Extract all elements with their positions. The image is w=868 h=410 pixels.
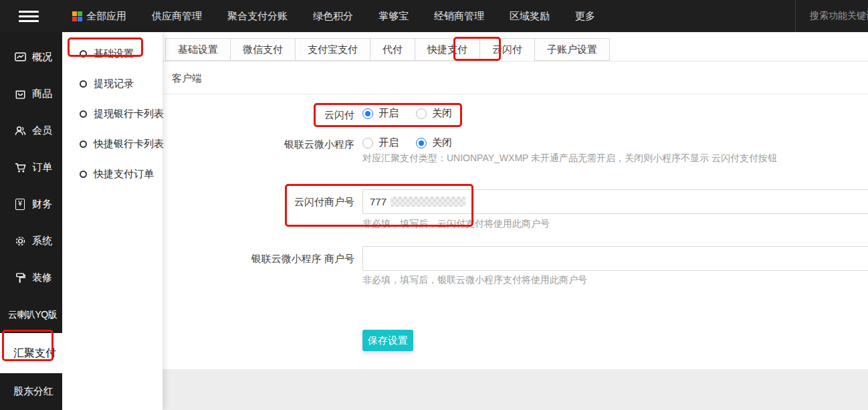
finance-icon: ¥: [13, 198, 27, 211]
miniprogram-mchid-helper: 非必填，填写后，银联云微小程序支付将使用此商户号: [362, 274, 587, 286]
sidebar-item-shareholder[interactable]: 股东分红: [0, 373, 62, 410]
sidebar-item-member[interactable]: 会员: [0, 112, 62, 149]
submenu-label: 快捷支付订单: [94, 168, 154, 181]
miniprogram-mchid-input[interactable]: [362, 246, 868, 271]
topnav-dealer[interactable]: 经销商管理: [434, 10, 484, 23]
sidebar-item-system[interactable]: 系统: [0, 223, 62, 260]
save-settings-button[interactable]: 保存设置: [362, 330, 413, 351]
payment-tabbar: 基础设置 微信支付 支付宝支付 代付 快捷支付 云闪付 子账户设置: [162, 38, 868, 62]
radio-label: 开启: [378, 136, 399, 149]
content-area: 基础设置 微信支付 支付宝支付 代付 快捷支付 云闪付 子账户设置 客户端 云闪…: [162, 32, 868, 410]
miniprogram-toggle-radios: 开启 关闭: [362, 136, 452, 149]
decorate-icon: [13, 272, 27, 285]
circle-bullet-icon: [80, 50, 87, 58]
top-navigation: 全部应用 供应商管理 聚合支付分账 绿色积分 掌够宝 经销商管理 区域奖励 更多: [72, 10, 595, 23]
submenu-label: 提现记录: [94, 78, 134, 90]
member-icon: [13, 124, 27, 138]
tab-subaccount-settings[interactable]: 子账户设置: [534, 38, 610, 61]
tab-basic-settings[interactable]: 基础设置: [165, 38, 231, 61]
topnav-zhanggoubao[interactable]: 掌够宝: [378, 10, 409, 23]
sidebar-item-huiju-pay[interactable]: 汇聚支付: [0, 333, 62, 373]
unionpay-mchid-helper: 非必填，填写后，云闪付支付将使用此商户号: [362, 218, 550, 230]
topnav-region-reward[interactable]: 区域奖励: [510, 10, 550, 23]
submenu-sidebar: 基础设置 提现记录 提现银行卡列表 快捷银行卡列表 快捷支付订单: [62, 32, 162, 410]
radio-unionpay-on[interactable]: 开启: [362, 107, 399, 120]
search-input[interactable]: 搜索功能关键词: [796, 10, 868, 22]
system-icon: [13, 235, 27, 248]
radio-icon: [416, 138, 427, 148]
subtab-client[interactable]: 客户端: [172, 72, 202, 85]
circle-bullet-icon: [80, 80, 87, 88]
sidebar-label: 会员: [32, 124, 52, 137]
radio-miniprogram-on[interactable]: 开启: [362, 136, 399, 149]
sidebar-item-goods[interactable]: 商品: [0, 76, 62, 112]
circle-bullet-icon: [80, 140, 87, 148]
sidebar-label: 系统: [32, 235, 52, 247]
radio-label: 开启: [378, 107, 399, 120]
topnav-supplier[interactable]: 供应商管理: [152, 10, 202, 23]
sidebar-item-finance[interactable]: ¥ 财务: [0, 186, 62, 223]
apps-grid-icon: [72, 11, 82, 21]
unionpay-mchid-wrap: [362, 189, 868, 214]
sidebar-label: 订单: [32, 161, 52, 174]
radio-label: 关闭: [432, 136, 452, 149]
miniprogram-toggle-label: 银联云微小程序: [162, 138, 354, 151]
submenu-item-quickpay-bankcards[interactable]: 快捷银行卡列表: [62, 129, 162, 159]
miniprogram-toggle-helper: 对应汇聚支付类型：UNIONPAY_WXMP 未开通产品无需开启，关闭则小程序不…: [362, 152, 777, 165]
radio-unionpay-off[interactable]: 关闭: [416, 107, 452, 120]
redacted-mosaic: [391, 197, 465, 207]
miniprogram-mchid-label: 银联云微小程序 商户号: [162, 252, 354, 266]
tab-unionpay-cloudflash[interactable]: 云闪付: [479, 38, 535, 61]
goods-icon: [13, 88, 27, 101]
sidebar-label: 商品: [32, 88, 52, 100]
submenu-label: 提现银行卡列表: [94, 108, 164, 120]
overview-icon: [13, 51, 27, 64]
submenu-item-withdraw-records[interactable]: 提现记录: [62, 69, 162, 99]
submenu-item-withdraw-bankcards[interactable]: 提现银行卡列表: [62, 99, 162, 129]
radio-icon: [362, 108, 373, 119]
radio-miniprogram-off[interactable]: 关闭: [416, 136, 452, 149]
circle-bullet-icon: [80, 110, 87, 118]
topnav-label: 全部应用: [86, 10, 126, 23]
tab-wechat-pay[interactable]: 微信支付: [230, 38, 296, 61]
radio-icon: [362, 138, 373, 148]
sidebar-item-decorate[interactable]: 装修: [0, 260, 62, 296]
radio-icon: [416, 108, 427, 119]
hamburger-menu-icon[interactable]: [19, 8, 39, 25]
tab-alipay[interactable]: 支付宝支付: [295, 38, 370, 61]
divider: [162, 94, 868, 94]
search-placeholder: 搜索功能关键词: [810, 10, 868, 22]
order-icon: [13, 161, 27, 175]
circle-bullet-icon: [80, 171, 87, 178]
tab-daifu[interactable]: 代付: [370, 38, 415, 61]
submenu-label: 基础设置: [94, 47, 134, 60]
left-sidebar: 概况 商品 会员 订单 ¥ 财务 系统: [0, 32, 62, 410]
topnav-split-pay[interactable]: 聚合支付分账: [227, 10, 288, 23]
sidebar-item-order[interactable]: 订单: [0, 149, 62, 186]
sidebar-item-overview[interactable]: 概况: [0, 39, 62, 76]
tab-quickpay[interactable]: 快捷支付: [415, 38, 480, 61]
submenu-item-basic-settings[interactable]: 基础设置: [62, 39, 162, 69]
topnav-green-points[interactable]: 绿色积分: [313, 10, 353, 23]
unionpay-mchid-label: 云闪付商户号: [162, 195, 354, 209]
settings-panel: 基础设置 微信支付 支付宝支付 代付 快捷支付 云闪付 子账户设置 客户端 云闪…: [162, 32, 868, 369]
sidebar-label: 财务: [32, 198, 52, 211]
sidebar-item-yunlaba[interactable]: 云喇叭YQ版: [0, 296, 62, 333]
sidebar-label: 装修: [32, 272, 52, 284]
submenu-item-quickpay-orders[interactable]: 快捷支付订单: [62, 159, 162, 189]
unionpay-toggle-radios: 开启 关闭: [362, 107, 452, 120]
topnav-all-apps[interactable]: 全部应用: [72, 10, 126, 23]
sidebar-label: 概况: [32, 51, 52, 64]
topnav-more[interactable]: 更多: [575, 10, 595, 23]
submenu-label: 快捷银行卡列表: [94, 138, 164, 150]
topbar: 全部应用 供应商管理 聚合支付分账 绿色积分 掌够宝 经销商管理 区域奖励 更多…: [0, 0, 868, 32]
unionpay-toggle-label: 云闪付: [162, 108, 354, 122]
radio-label: 关闭: [432, 107, 452, 120]
admin-page: { "topbar": { "menu_items": [ { "label":…: [0, 0, 868, 410]
